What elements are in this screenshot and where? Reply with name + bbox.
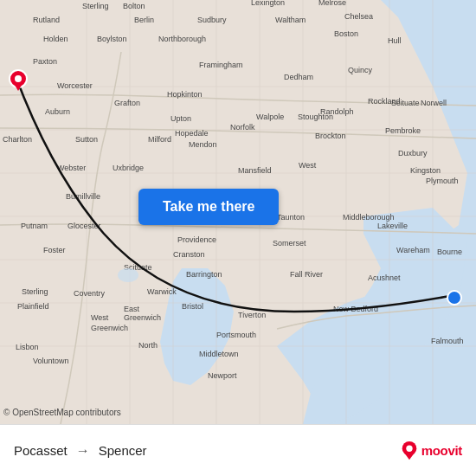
svg-text:Middleborough: Middleborough (343, 213, 395, 222)
svg-text:Dedham: Dedham (284, 73, 313, 81)
svg-text:Norfolk: Norfolk (230, 123, 255, 132)
svg-text:Brockton: Brockton (315, 132, 346, 140)
svg-text:Somerset: Somerset (273, 239, 306, 248)
bottom-bar: Pocasset → Spencer moovit (0, 424, 476, 476)
svg-text:Middletown: Middletown (199, 350, 239, 358)
svg-text:Sudbury: Sudbury (197, 16, 227, 24)
svg-text:Foster: Foster (43, 246, 66, 254)
svg-text:Putnam: Putnam (21, 222, 48, 230)
svg-point-99 (118, 268, 138, 282)
svg-text:Rutland: Rutland (33, 16, 60, 24)
svg-text:Glocester: Glocester (68, 222, 101, 230)
svg-text:Plymouth: Plymouth (426, 177, 459, 185)
svg-text:Northborough: Northborough (158, 35, 206, 43)
svg-text:Upton: Upton (170, 114, 191, 123)
svg-text:Lakeville: Lakeville (377, 222, 408, 230)
destination-pin (447, 290, 462, 309)
svg-text:Hull: Hull (388, 36, 402, 45)
moovit-brand-text: moovit (421, 443, 462, 458)
destination-label: Spencer (99, 443, 147, 458)
svg-text:Scituate: Scituate (391, 99, 420, 107)
svg-text:Paxton: Paxton (33, 57, 57, 66)
svg-text:Walpole: Walpole (256, 113, 284, 121)
svg-text:Milford: Milford (148, 135, 171, 144)
svg-text:Pembroke: Pembroke (385, 126, 421, 135)
svg-text:Melrose: Melrose (318, 0, 346, 7)
moovit-pin-icon (401, 441, 418, 461)
svg-text:Kingston: Kingston (410, 166, 441, 175)
svg-text:Plainfield: Plainfield (17, 302, 49, 311)
svg-text:Greenwich: Greenwich (91, 324, 128, 332)
svg-text:Tiverton: Tiverton (238, 311, 266, 319)
svg-text:Newport: Newport (208, 371, 237, 380)
take-me-there-button[interactable]: Take me there (138, 189, 279, 225)
svg-text:Greenwich: Greenwich (124, 313, 161, 322)
svg-text:East: East (124, 305, 140, 313)
svg-text:West: West (299, 161, 317, 170)
svg-text:Randolph: Randolph (320, 107, 354, 116)
svg-text:Quincy: Quincy (348, 66, 373, 74)
svg-text:Boston: Boston (334, 29, 358, 38)
svg-text:Charlton: Charlton (3, 135, 32, 144)
svg-text:Grafton: Grafton (114, 99, 140, 107)
svg-text:Worcester: Worcester (57, 81, 93, 90)
svg-text:Bumillville: Bumillville (66, 192, 100, 201)
svg-text:Bolton: Bolton (123, 2, 145, 10)
map-attribution: © OpenStreetMap contributors (3, 408, 121, 417)
svg-point-102 (15, 75, 22, 82)
svg-text:Sterling: Sterling (22, 287, 48, 296)
svg-text:Mendon: Mendon (189, 140, 217, 149)
svg-text:West: West (91, 313, 109, 322)
svg-text:Providence: Providence (177, 235, 216, 244)
svg-text:Warwick: Warwick (147, 287, 177, 296)
svg-text:Lisbon: Lisbon (16, 343, 39, 351)
arrow-icon: → (76, 443, 90, 459)
svg-text:Hopedale: Hopedale (175, 129, 209, 138)
svg-text:Lexington: Lexington (251, 0, 285, 7)
svg-text:Boylston: Boylston (97, 35, 127, 43)
origin-label: Pocasset (14, 443, 68, 458)
svg-text:Bourne: Bourne (437, 248, 462, 256)
svg-text:Falmouth: Falmouth (431, 337, 464, 345)
origin-pin (9, 69, 28, 97)
svg-text:Wareham: Wareham (396, 246, 430, 254)
svg-text:Hopkinton: Hopkinton (167, 90, 203, 99)
svg-text:Sutton: Sutton (75, 135, 98, 144)
svg-text:Auburn: Auburn (45, 107, 70, 116)
svg-point-103 (447, 291, 461, 305)
svg-point-106 (406, 445, 412, 451)
svg-text:New Bedford: New Bedford (333, 305, 378, 313)
svg-text:Mansfield: Mansfield (238, 166, 272, 175)
map-container: Sterling Bolton Lexington Melrose Rutlan… (0, 0, 476, 424)
svg-text:Voluntown: Voluntown (33, 357, 69, 365)
svg-text:North: North (138, 341, 158, 350)
svg-text:Berlin: Berlin (134, 16, 154, 24)
svg-text:Acushnet: Acushnet (368, 273, 401, 282)
svg-text:Taunton: Taunton (277, 213, 305, 222)
svg-text:Bristol: Bristol (182, 302, 203, 311)
svg-text:Fall River: Fall River (290, 270, 323, 279)
svg-text:Cranston: Cranston (173, 250, 205, 259)
svg-text:Portsmouth: Portsmouth (216, 331, 256, 339)
svg-marker-105 (404, 453, 414, 459)
moovit-logo: moovit (401, 441, 462, 461)
svg-text:Duxbury: Duxbury (398, 149, 428, 158)
svg-text:Coventry: Coventry (74, 289, 106, 298)
svg-text:Sterling: Sterling (82, 2, 109, 10)
svg-text:Chelsea: Chelsea (344, 12, 373, 21)
svg-text:Waltham: Waltham (275, 16, 306, 24)
svg-text:Barrington: Barrington (186, 270, 222, 279)
svg-text:Holden: Holden (43, 35, 68, 43)
svg-text:Uxbridge: Uxbridge (113, 164, 144, 172)
svg-text:Webster: Webster (57, 164, 86, 172)
svg-text:Norwell: Norwell (421, 99, 447, 107)
svg-text:Framingham: Framingham (199, 61, 243, 69)
